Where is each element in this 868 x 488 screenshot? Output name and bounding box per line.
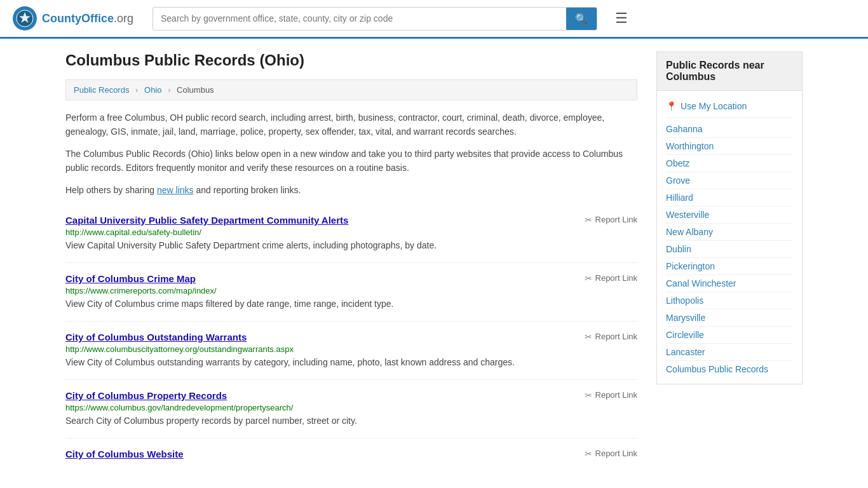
description-3: Help others by sharing new links and rep… xyxy=(65,183,637,197)
record-title[interactable]: City of Columbus Crime Map xyxy=(65,273,196,284)
main-content: Columbus Public Records (Ohio) Public Re… xyxy=(65,51,637,470)
sidebar-link-columbus-public-records[interactable]: Columbus Public Records xyxy=(666,361,793,377)
sidebar-link-grove[interactable]: Grove xyxy=(666,172,793,189)
record-url[interactable]: https://www.columbus.gov/landredevelopme… xyxy=(65,403,637,412)
sidebar-link-marysville[interactable]: Marysville xyxy=(666,309,793,327)
main-wrapper: Columbus Public Records (Ohio) Public Re… xyxy=(53,39,815,482)
record-item: City of Columbus Outstanding Warrants ✂ … xyxy=(65,322,637,380)
new-links-link[interactable]: new links xyxy=(157,185,194,195)
sidebar-link-pickerington[interactable]: Pickerington xyxy=(666,258,793,275)
description-1: Perform a free Columbus, OH public recor… xyxy=(65,111,637,139)
sidebar-divider xyxy=(666,118,793,118)
record-desc: View City of Columbus crime maps filtere… xyxy=(65,297,637,311)
sidebar-link-gahanna[interactable]: Gahanna xyxy=(666,121,793,138)
sidebar-link-canal-winchester[interactable]: Canal Winchester xyxy=(666,275,793,292)
record-title[interactable]: Capital University Public Safety Departm… xyxy=(65,215,348,226)
breadcrumb: Public Records › Ohio › Columbus xyxy=(65,79,637,100)
record-desc: Search City of Columbus property records… xyxy=(65,414,637,428)
sidebar-link-lancaster[interactable]: Lancaster xyxy=(666,344,793,361)
sidebar-link-worthington[interactable]: Worthington xyxy=(666,138,793,155)
sidebar-content: 📍 Use My Location Gahanna Worthington Ob… xyxy=(656,91,803,384)
breadcrumb-public-records[interactable]: Public Records xyxy=(74,85,129,95)
report-link-button[interactable]: ✂ Report Link xyxy=(585,449,637,459)
record-title[interactable]: City of Columbus Website xyxy=(65,449,184,459)
breadcrumb-columbus: Columbus xyxy=(177,85,214,95)
record-desc: View Capital University Public Safety De… xyxy=(65,239,637,252)
location-icon: 📍 xyxy=(666,101,677,111)
report-icon: ✂ xyxy=(585,390,592,400)
menu-icon: ☰ xyxy=(615,10,628,26)
record-title[interactable]: City of Columbus Outstanding Warrants xyxy=(65,332,247,342)
description-2: The Columbus Public Records (Ohio) links… xyxy=(65,147,637,175)
record-item: Capital University Public Safety Departm… xyxy=(65,205,637,263)
search-input[interactable] xyxy=(153,8,566,29)
sidebar-link-westerville[interactable]: Westerville xyxy=(666,207,793,224)
record-url[interactable]: http://www.columbuscityattorney.org/outs… xyxy=(65,344,637,354)
breadcrumb-ohio[interactable]: Ohio xyxy=(144,85,161,95)
record-item: City of Columbus Property Records ✂ Repo… xyxy=(65,380,637,438)
search-button[interactable]: 🔍 xyxy=(566,8,597,30)
report-icon: ✂ xyxy=(585,332,592,342)
record-url[interactable]: http://www.capital.edu/safety-bulletin/ xyxy=(65,227,637,237)
hamburger-menu-button[interactable]: ☰ xyxy=(610,8,633,29)
record-desc: View City of Columbus outstanding warran… xyxy=(65,356,637,369)
report-link-button[interactable]: ✂ Report Link xyxy=(585,332,637,342)
records-list: Capital University Public Safety Departm… xyxy=(65,205,637,470)
logo-icon xyxy=(13,6,37,30)
sidebar: Public Records near Columbus 📍 Use My Lo… xyxy=(656,51,803,470)
record-item: City of Columbus Website ✂ Report Link xyxy=(65,438,637,470)
sidebar-link-hilliard[interactable]: Hilliard xyxy=(666,189,793,207)
sidebar-header: Public Records near Columbus xyxy=(656,51,803,91)
record-url[interactable]: https://www.crimereports.com/map/index/ xyxy=(65,286,637,295)
record-title[interactable]: City of Columbus Property Records xyxy=(65,390,227,401)
report-icon: ✂ xyxy=(585,273,592,283)
report-link-button[interactable]: ✂ Report Link xyxy=(585,273,637,283)
logo[interactable]: CountyOffice.org xyxy=(13,6,140,30)
search-bar: 🔍 xyxy=(153,7,597,30)
sidebar-link-new-albany[interactable]: New Albany xyxy=(666,224,793,241)
sidebar-link-circleville[interactable]: Circleville xyxy=(666,327,793,344)
sidebar-link-lithopolis[interactable]: Lithopolis xyxy=(666,292,793,309)
sidebar-link-dublin[interactable]: Dublin xyxy=(666,241,793,258)
report-link-button[interactable]: ✂ Report Link xyxy=(585,215,637,225)
report-icon: ✂ xyxy=(585,449,592,459)
search-icon: 🔍 xyxy=(575,13,588,24)
report-icon: ✂ xyxy=(585,215,592,225)
page-title: Columbus Public Records (Ohio) xyxy=(65,51,637,69)
report-link-button[interactable]: ✂ Report Link xyxy=(585,390,637,400)
record-item: City of Columbus Crime Map ✂ Report Link… xyxy=(65,263,637,322)
use-my-location-link[interactable]: 📍 Use My Location xyxy=(666,97,793,115)
sidebar-link-obetz[interactable]: Obetz xyxy=(666,155,793,172)
logo-text: CountyOffice.org xyxy=(42,12,133,25)
site-header: CountyOffice.org 🔍 ☰ xyxy=(0,0,868,39)
